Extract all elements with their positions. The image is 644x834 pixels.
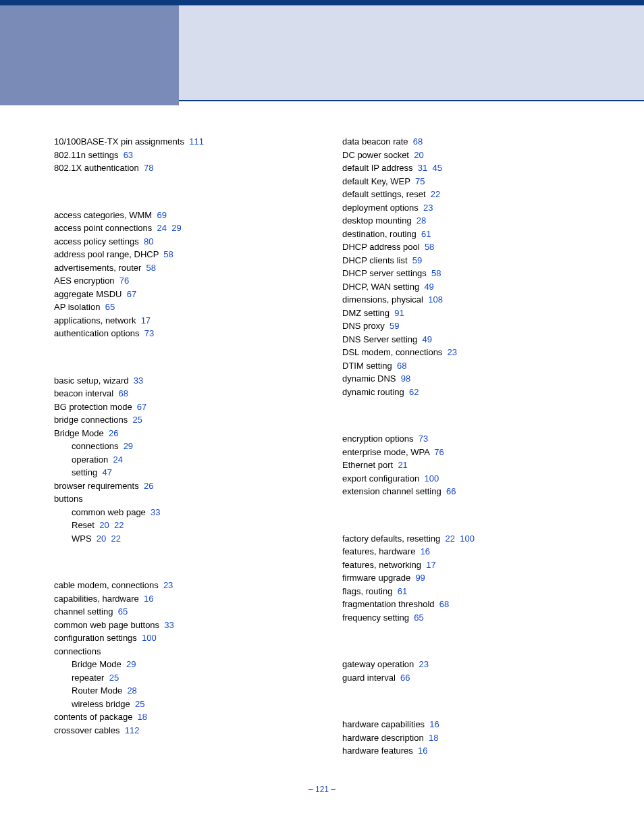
page-link[interactable]: 23	[419, 659, 428, 669]
index-entry: buttons	[54, 492, 302, 506]
index-entry: flags, routing 61	[342, 585, 590, 598]
page-link[interactable]: 65	[118, 606, 128, 617]
index-entry: enterprise mode, WPA 76	[342, 446, 590, 459]
page-link[interactable]: 29	[124, 441, 133, 451]
page-link[interactable]: 78	[144, 163, 153, 173]
page-link[interactable]: 100	[424, 473, 439, 484]
index-term: Router Mode	[72, 685, 122, 696]
page-link[interactable]: 100	[460, 533, 475, 544]
page-link[interactable]: 65	[105, 302, 115, 312]
page-link[interactable]: 67	[137, 402, 146, 412]
page-link[interactable]: 59	[390, 321, 399, 331]
page-link[interactable]: 22	[114, 520, 124, 530]
page-link[interactable]: 58	[163, 249, 173, 259]
page-link[interactable]: 68	[118, 388, 128, 398]
page-link[interactable]: 47	[103, 467, 112, 477]
page-link[interactable]: 98	[401, 373, 410, 384]
page-link[interactable]: 111	[189, 136, 204, 147]
page-link[interactable]: 65	[414, 613, 423, 623]
page-link[interactable]: 28	[417, 215, 426, 226]
page-link[interactable]: 18	[429, 733, 438, 743]
page-link[interactable]: 49	[423, 334, 432, 344]
page-link[interactable]: 58	[425, 242, 434, 252]
page-link[interactable]: 28	[127, 685, 136, 696]
page-link[interactable]: 17	[426, 560, 435, 570]
page-link[interactable]: 58	[146, 263, 156, 273]
page-link[interactable]: 22	[445, 533, 454, 544]
page-link[interactable]: 73	[144, 328, 154, 338]
index-entry: 802.1X authentication 78	[54, 161, 302, 175]
index-entry: default IP address 31 45	[342, 161, 590, 175]
page-link[interactable]: 20	[99, 520, 109, 530]
page-link[interactable]: 66	[446, 486, 456, 496]
index-entry: operation 24	[54, 453, 302, 467]
page-link[interactable]: 68	[413, 136, 423, 147]
page-link[interactable]: 67	[127, 289, 136, 299]
page-link[interactable]: 22	[111, 533, 121, 544]
page-link[interactable]: 16	[421, 546, 430, 556]
page-link[interactable]: 21	[398, 460, 407, 470]
index-entry: advertisements, router 58	[54, 261, 302, 275]
page-link[interactable]: 29	[171, 223, 181, 233]
page-link[interactable]: 61	[398, 586, 407, 596]
page-link[interactable]: 75	[415, 176, 425, 186]
index-entry: dynamic DNS 98	[342, 372, 590, 386]
page-link[interactable]: 20	[414, 150, 423, 160]
page-link[interactable]: 33	[151, 507, 160, 517]
page-link[interactable]: 22	[431, 189, 440, 199]
page-link[interactable]: 45	[433, 163, 442, 173]
page-link[interactable]: 49	[424, 282, 433, 292]
page-link[interactable]: 61	[421, 229, 431, 239]
page-link[interactable]: 23	[163, 580, 173, 590]
page-link[interactable]: 76	[119, 276, 129, 286]
page-link[interactable]: 59	[412, 255, 422, 265]
index-entry: channel setting 65	[54, 605, 302, 619]
index-term: DC power socket	[342, 150, 409, 160]
page-link[interactable]: 76	[434, 447, 444, 457]
page-link[interactable]: 29	[126, 659, 136, 669]
page-link[interactable]: 73	[419, 434, 428, 444]
page-link[interactable]: 24	[157, 223, 167, 233]
page-link[interactable]: 26	[109, 428, 118, 438]
page-link[interactable]: 31	[418, 163, 427, 173]
page-link[interactable]: 58	[431, 268, 441, 278]
index-term: data beacon rate	[342, 136, 408, 147]
page-link[interactable]: 20	[97, 533, 106, 544]
index-term: hardware features	[342, 746, 413, 756]
index-term: common web page	[72, 507, 146, 517]
index-entry: wireless bridge 25	[54, 698, 302, 711]
index-term: cable modem, connections	[54, 580, 159, 590]
index-entry: applications, network 17	[54, 314, 302, 328]
page-link[interactable]: 18	[138, 712, 147, 722]
page-link[interactable]: 62	[409, 387, 419, 397]
page-link[interactable]: 33	[134, 375, 143, 386]
page-link[interactable]: 25	[132, 415, 142, 425]
page-link[interactable]: 33	[164, 620, 173, 630]
index-entry: encryption options 73	[342, 432, 590, 446]
page-link[interactable]: 91	[394, 308, 404, 318]
index-term: wireless bridge	[72, 699, 130, 709]
page-link[interactable]: 17	[141, 315, 151, 325]
page-link[interactable]: 16	[429, 719, 439, 729]
page-link[interactable]: 66	[400, 673, 410, 683]
page-link[interactable]: 63	[124, 150, 133, 160]
page-link[interactable]: 99	[415, 573, 425, 583]
page-link[interactable]: 25	[109, 673, 119, 683]
page-link[interactable]: 100	[142, 633, 157, 643]
page-link[interactable]: 23	[448, 347, 457, 357]
page-link[interactable]: 26	[144, 481, 153, 491]
page-link[interactable]: 16	[418, 746, 427, 756]
page-link[interactable]: 23	[423, 203, 433, 213]
page-link[interactable]: 108	[428, 294, 443, 305]
index-term: repeater	[72, 673, 104, 683]
page-link[interactable]: 68	[397, 361, 406, 371]
index-entry: gateway operation 23	[342, 658, 590, 671]
page-link[interactable]: 16	[144, 594, 153, 604]
page-link[interactable]: 112	[125, 725, 140, 735]
page-link[interactable]: 80	[144, 236, 153, 246]
page-link[interactable]: 69	[157, 210, 166, 220]
page-link[interactable]: 68	[439, 599, 449, 609]
page-link[interactable]: 24	[113, 454, 122, 465]
page-link[interactable]: 25	[135, 699, 144, 709]
index-term: deployment options	[342, 203, 419, 213]
